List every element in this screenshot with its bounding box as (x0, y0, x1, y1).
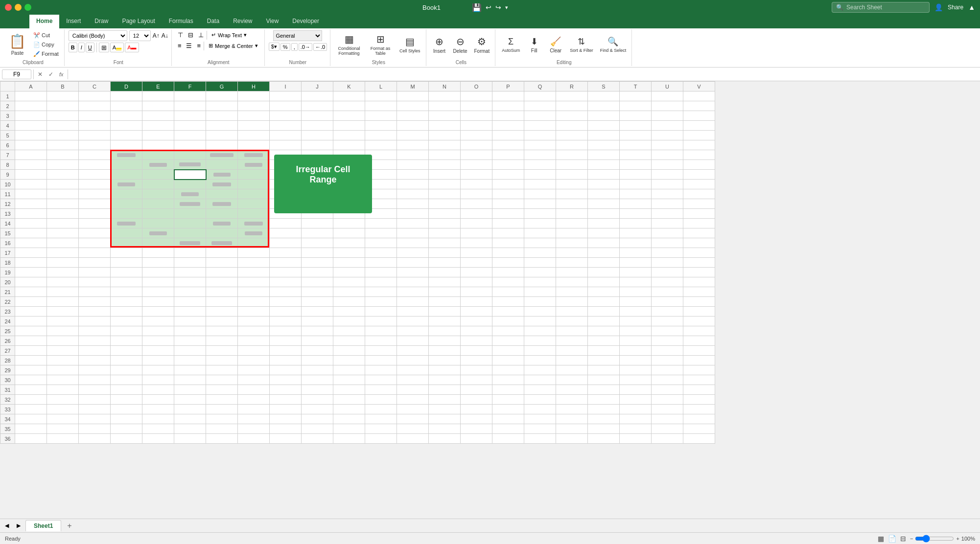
cell-B8[interactable] (47, 160, 79, 170)
cell-E16[interactable] (142, 238, 174, 248)
cell-R1[interactable] (556, 91, 588, 101)
font-name-select[interactable]: Calibri (Body) (69, 30, 127, 41)
row-header-21[interactable]: 21 (0, 287, 15, 297)
cell-D32[interactable] (111, 395, 142, 405)
format-painter-button[interactable]: 🖌️ Format (31, 50, 61, 58)
cell-O1[interactable] (461, 91, 492, 101)
delete-button[interactable]: ⊖ Delete (451, 35, 470, 55)
cell-L10[interactable] (365, 180, 397, 189)
cell-G12[interactable] (206, 199, 238, 209)
cell-I35[interactable] (270, 424, 302, 434)
cell-R12[interactable] (556, 199, 588, 209)
cell-H6[interactable] (238, 140, 270, 150)
cell-V17[interactable] (683, 248, 715, 258)
cell-D21[interactable] (111, 287, 142, 297)
cell-U10[interactable] (652, 180, 683, 189)
find-select-button[interactable]: 🔍 Find & Select (598, 35, 629, 54)
row-header-9[interactable]: 9 (0, 170, 15, 180)
cell-U24[interactable] (652, 317, 683, 326)
cell-A10[interactable] (15, 180, 47, 189)
cell-J7[interactable] (302, 150, 333, 160)
cell-A2[interactable] (15, 101, 47, 111)
cell-O6[interactable] (461, 140, 492, 150)
cell-G25[interactable] (206, 326, 238, 336)
tab-developer[interactable]: Developer (285, 15, 326, 28)
cell-V27[interactable] (683, 346, 715, 356)
cell-L3[interactable] (365, 111, 397, 121)
cell-D13[interactable] (111, 209, 142, 219)
cell-K6[interactable] (333, 140, 365, 150)
cell-H12[interactable] (238, 199, 270, 209)
cell-T31[interactable] (620, 385, 652, 395)
cell-Q10[interactable] (524, 180, 556, 189)
cell-V35[interactable] (683, 424, 715, 434)
cell-C36[interactable] (79, 434, 111, 444)
cell-J6[interactable] (302, 140, 333, 150)
cell-K1[interactable] (333, 91, 365, 101)
cell-E25[interactable] (142, 326, 174, 336)
cell-D10[interactable] (111, 180, 142, 189)
cell-U3[interactable] (652, 111, 683, 121)
cell-D35[interactable] (111, 424, 142, 434)
quick-access-undo[interactable]: ↩ (486, 3, 491, 11)
increase-font-button[interactable]: A↑ (153, 32, 160, 39)
decrease-font-button[interactable]: A↓ (162, 32, 168, 39)
cell-F36[interactable] (174, 434, 206, 444)
cell-J22[interactable] (302, 297, 333, 307)
cell-T6[interactable] (620, 140, 652, 150)
cell-N36[interactable] (429, 434, 461, 444)
cell-U36[interactable] (652, 434, 683, 444)
quick-access-redo[interactable]: ↪ (495, 3, 501, 11)
cell-M9[interactable] (397, 170, 429, 180)
cell-P6[interactable] (492, 140, 524, 150)
cell-T12[interactable] (620, 199, 652, 209)
cell-J36[interactable] (302, 434, 333, 444)
cell-R30[interactable] (556, 375, 588, 385)
cell-K23[interactable] (333, 307, 365, 317)
cell-D23[interactable] (111, 307, 142, 317)
cell-S28[interactable] (588, 356, 620, 365)
cell-T15[interactable] (620, 228, 652, 238)
merge-dropdown[interactable]: ▾ (255, 43, 258, 49)
cell-I27[interactable] (270, 346, 302, 356)
cell-R11[interactable] (556, 189, 588, 199)
cell-R22[interactable] (556, 297, 588, 307)
cell-T2[interactable] (620, 101, 652, 111)
cell-G24[interactable] (206, 317, 238, 326)
cell-H8[interactable] (238, 160, 270, 170)
cell-B10[interactable] (47, 180, 79, 189)
cell-F17[interactable] (174, 248, 206, 258)
cell-Q5[interactable] (524, 131, 556, 140)
cell-F32[interactable] (174, 395, 206, 405)
cell-G6[interactable] (206, 140, 238, 150)
cell-L26[interactable] (365, 336, 397, 346)
cell-L11[interactable] (365, 189, 397, 199)
cell-J27[interactable] (302, 346, 333, 356)
cell-A7[interactable] (15, 150, 47, 160)
cell-I24[interactable] (270, 317, 302, 326)
row-header-32[interactable]: 32 (0, 395, 15, 405)
row-header-18[interactable]: 18 (0, 258, 15, 268)
cell-B17[interactable] (47, 248, 79, 258)
cell-A18[interactable] (15, 258, 47, 268)
cell-C33[interactable] (79, 405, 111, 414)
cell-O5[interactable] (461, 131, 492, 140)
cell-C8[interactable] (79, 160, 111, 170)
cell-A8[interactable] (15, 160, 47, 170)
cell-S4[interactable] (588, 121, 620, 131)
cell-L23[interactable] (365, 307, 397, 317)
cell-C3[interactable] (79, 111, 111, 121)
cell-N16[interactable] (429, 238, 461, 248)
cell-P9[interactable] (492, 170, 524, 180)
cell-P36[interactable] (492, 434, 524, 444)
cell-V14[interactable] (683, 219, 715, 228)
cell-D25[interactable] (111, 326, 142, 336)
zoom-out-button[interactable]: − (910, 536, 913, 542)
cell-L33[interactable] (365, 405, 397, 414)
cell-M1[interactable] (397, 91, 429, 101)
cell-L7[interactable] (365, 150, 397, 160)
cell-T32[interactable] (620, 395, 652, 405)
cell-E22[interactable] (142, 297, 174, 307)
cell-T9[interactable] (620, 170, 652, 180)
cell-C28[interactable] (79, 356, 111, 365)
